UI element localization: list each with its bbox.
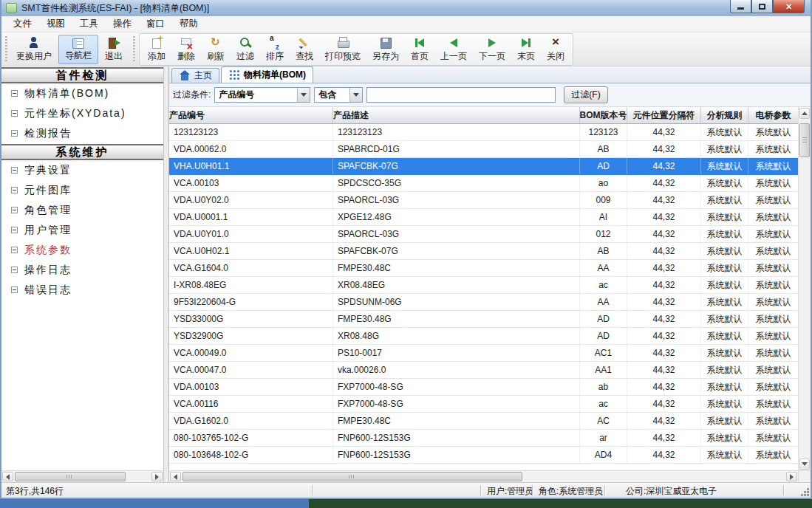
restore-button[interactable] [751, 0, 773, 13]
table-row[interactable]: 080-103648-102-GFNP600-12S153GAD444,32系统… [169, 447, 798, 464]
tree-collapse-icon[interactable] [11, 187, 18, 193]
sidebar-group-header: 首件检测 [1, 67, 163, 83]
table-column-header[interactable]: 产品编号 [169, 107, 333, 123]
table-column-header[interactable]: 产品描述 [333, 107, 580, 123]
menu-item[interactable]: 帮助 [172, 16, 205, 32]
table-row[interactable]: I-XR08.48EGXR08.48EGac44,32系统默认系统默认 [169, 277, 798, 294]
sidebar-item[interactable]: 用户管理 [1, 220, 163, 240]
save-as-button[interactable]: 另存为 [366, 35, 405, 64]
scroll-left-arrow[interactable] [2, 472, 13, 481]
scroll-right-arrow[interactable] [786, 472, 797, 481]
add-button[interactable]: 添加 [142, 35, 171, 64]
scroll-down-arrow[interactable] [799, 459, 810, 470]
table-row[interactable]: VCA.00049.0PS10-0017AC144,32系统默认系统默认 [169, 345, 798, 362]
table-row[interactable]: VCA.00047.0vka.00026.0AA144,32系统默认系统默认 [169, 362, 798, 379]
table-cell: I-XR08.48EG [169, 277, 333, 293]
filter-input[interactable] [366, 87, 556, 103]
tab-grid[interactable]: 物料清单(BOM) [221, 66, 313, 83]
resize-grip[interactable] [799, 487, 809, 496]
table-row[interactable]: 080-103765-102-GFNP600-12S153Gar44,32系统默… [169, 430, 798, 447]
filter-operator-select[interactable]: 包含 [314, 87, 363, 103]
menu-item[interactable]: 窗口 [139, 16, 172, 32]
table-row[interactable]: VCA.G1604.0FMPE30.48CAA44,32系统默认系统默认 [169, 260, 798, 277]
filter-field-select[interactable]: 产品编号 [214, 87, 310, 103]
table-row[interactable]: VDA.U0001.1XPGE12.48GAI44,32系统默认系统默认 [169, 209, 798, 226]
sort-button[interactable]: 排序 [260, 35, 290, 64]
table-row[interactable]: VHA.U0H01.1SPAFCBK-07GAD44,32系统默认系统默认 [169, 158, 798, 175]
tree-collapse-icon[interactable] [11, 130, 18, 137]
toolbar-grip[interactable] [5, 36, 7, 63]
table-row[interactable]: VDA.U0Y02.0SPAORCL-03G00944,32系统默认系统默认 [169, 192, 798, 209]
minimize-button[interactable] [730, 0, 751, 13]
table-cell: 系统默认 [701, 209, 748, 225]
find-button[interactable]: 查找 [290, 35, 319, 64]
scrollbar-thumb[interactable] [15, 472, 126, 481]
filter-apply-button[interactable]: 过滤(F) [564, 86, 607, 103]
scroll-right-arrow[interactable] [151, 472, 163, 481]
table-row[interactable]: VDA.U0Y01.0SPAORCL-03G01244,32系统默认系统默认 [169, 226, 798, 243]
table-column-header[interactable]: 电桥参数 [748, 107, 798, 123]
table-row[interactable]: VDA.00062.0SPABRCD-01GAB44,32系统默认系统默认 [169, 141, 798, 158]
tree-collapse-icon[interactable] [11, 110, 18, 117]
menu-item[interactable]: 操作 [106, 16, 139, 32]
prev-page-button[interactable]: 上一页 [434, 35, 473, 64]
menu-item[interactable]: 视图 [39, 16, 72, 32]
table-horizontal-scrollbar[interactable] [169, 470, 798, 482]
table-row[interactable]: YSD32900GXR08.48GAD44,32系统默认系统默认 [169, 328, 798, 345]
scroll-left-arrow[interactable] [170, 472, 181, 481]
table-cell: 系统默认 [748, 294, 798, 310]
first-page-button[interactable]: 首页 [405, 35, 434, 64]
navbar-button[interactable]: 导航栏 [58, 35, 98, 64]
table-column-header[interactable]: 分析规则 [701, 107, 748, 123]
sidebar-item[interactable]: 角色管理 [1, 200, 163, 220]
tree-collapse-icon[interactable] [11, 207, 18, 213]
table-row[interactable]: VDA.G1602.0FMPE30.48CAC44,32系统默认系统默认 [169, 413, 798, 430]
table-row[interactable]: 9F53I220604-GSPDSUNM-06GAA44,32系统默认系统默认 [169, 294, 798, 311]
sidebar-item[interactable]: 检测报告 [1, 123, 163, 143]
next-page-button[interactable]: 下一页 [473, 35, 511, 64]
sidebar-item[interactable]: 元件图库 [1, 180, 163, 200]
table-row[interactable]: VCA.U0H02.1SPAFCBK-07GAB44,32系统默认系统默认 [169, 243, 798, 260]
refresh-button[interactable]: 刷新 [201, 35, 231, 64]
sidebar-item[interactable]: 元件坐标(XYData) [1, 103, 163, 123]
filter-button[interactable]: 过滤 [231, 35, 260, 64]
tree-collapse-icon[interactable] [11, 167, 18, 174]
tree-collapse-icon[interactable] [11, 286, 18, 293]
sidebar-item[interactable]: 错误日志 [1, 280, 163, 300]
table-row[interactable]: VCA.00116FXP7000-48-SGac44,32系统默认系统默认 [169, 396, 798, 413]
table-row[interactable]: VCA.00103SPDCSCO-35Gao44,32系统默认系统默认 [169, 175, 798, 192]
sidebar-item[interactable]: 操作日志 [1, 260, 163, 280]
print-preview-button[interactable]: 打印预览 [319, 35, 366, 64]
table-row[interactable]: VDA.00103FXP7000-48-SGab44,32系统默认系统默认 [169, 379, 798, 396]
tab-home[interactable]: 主页 [171, 68, 219, 83]
table-vertical-scrollbar[interactable] [798, 107, 811, 470]
scrollbar-thumb[interactable] [182, 472, 522, 481]
close-button[interactable]: 关闭 [541, 35, 570, 64]
last-page-button[interactable]: 末页 [511, 35, 541, 64]
scrollbar-thumb[interactable] [799, 123, 810, 157]
menu-item[interactable]: 工具 [72, 16, 106, 32]
table-column-header[interactable]: BOM版本号 [580, 107, 627, 123]
exit-button[interactable]: 退出 [98, 35, 129, 64]
sidebar-item[interactable]: 物料清单(BOM) [1, 83, 163, 103]
menu-item[interactable]: 文件 [6, 16, 39, 32]
tree-collapse-icon[interactable] [11, 90, 18, 97]
table-row[interactable]: 12312312312312312312312344,32系统默认系统默认 [169, 124, 798, 141]
tree-collapse-icon[interactable] [11, 227, 18, 233]
scroll-up-arrow[interactable] [799, 108, 810, 119]
tree-collapse-icon[interactable] [11, 267, 18, 273]
sidebar-item[interactable]: 字典设置 [1, 160, 163, 180]
sidebar-item[interactable]: 系统参数 [1, 240, 163, 260]
table-column-header[interactable]: 元件位置分隔符 [627, 107, 701, 123]
delete-button[interactable]: 删除 [171, 35, 201, 64]
close-button[interactable]: × [773, 0, 805, 13]
toolbar-grip[interactable] [133, 36, 135, 63]
title-bar[interactable]: SMT首件检测系统(ES-FAI) - [物料清单(BOM)] × [1, 0, 811, 16]
tree-collapse-icon[interactable] [11, 247, 18, 253]
switch-user-button[interactable]: 更换用户 [10, 35, 58, 64]
chevron-down-icon[interactable] [297, 88, 310, 102]
chevron-down-icon[interactable] [349, 88, 362, 102]
sidebar-splitter[interactable] [163, 66, 169, 482]
sidebar-horizontal-scrollbar[interactable] [1, 470, 163, 482]
table-row[interactable]: YSD33000GFMPE30.48GAD44,32系统默认系统默认 [169, 311, 798, 328]
